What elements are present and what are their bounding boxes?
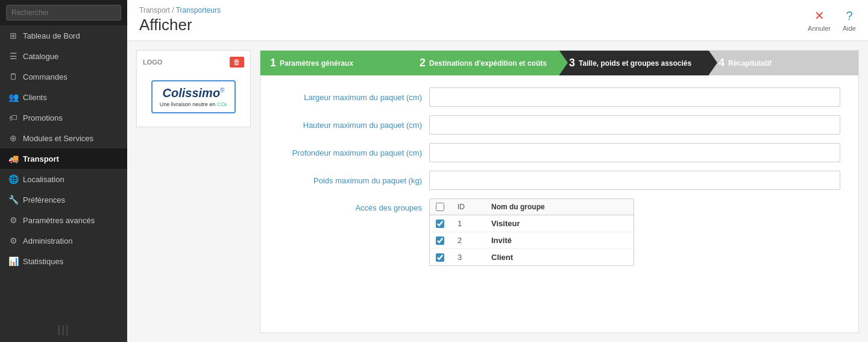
wizard-panel: 1 Paramètres généraux 2 Destinations d'e…	[260, 50, 859, 333]
sidebar-label-promotions: Promotions	[23, 113, 63, 122]
logo-panel: LOGO 🗑 Colissimo® Une livraison neutre e…	[136, 50, 251, 333]
help-label: Aide	[843, 25, 856, 32]
sidebar-icon-localisation: 🌐	[8, 174, 18, 184]
cancel-button[interactable]: ✕ Annuler	[808, 8, 831, 32]
groups-container: Accès des groupes ID Nom du groupe 1 Vis…	[278, 198, 840, 266]
check-3	[436, 253, 448, 262]
help-icon: ?	[846, 9, 852, 23]
header-name: Nom du groupe	[491, 203, 627, 211]
sidebar-item-administration[interactable]: ⚙ Administration	[0, 230, 127, 251]
groups-table-header: ID Nom du groupe	[430, 199, 634, 215]
label-largeur: Largeur maximum du paquet (cm)	[278, 93, 429, 102]
colissimo-logo: Colissimo® Une livraison neutre en CO₂	[151, 80, 236, 113]
checkbox-group-2[interactable]	[436, 236, 444, 245]
header-checkbox[interactable]	[436, 203, 444, 211]
step-num-2: 2	[420, 57, 426, 69]
step-num-4: 4	[719, 57, 725, 69]
breadcrumb-parent: Transport	[139, 6, 170, 14]
step-label-1: Paramètres généraux	[280, 59, 353, 68]
label-poids: Poids maximum du paquet (kg)	[278, 176, 429, 185]
form-row-poids: Poids maximum du paquet (kg)	[278, 171, 840, 190]
input-hauteur[interactable]	[429, 115, 840, 135]
steps-bar: 1 Paramètres généraux 2 Destinations d'e…	[260, 51, 858, 75]
checkbox-group-1[interactable]	[436, 220, 444, 228]
groups-table: ID Nom du groupe 1 Visiteur 2 Invité 3 C…	[429, 198, 634, 266]
check-1	[436, 220, 448, 228]
search-input[interactable]	[6, 5, 121, 21]
sidebar-label-administration: Administration	[23, 236, 72, 245]
page-title: Afficher	[139, 16, 221, 34]
sidebar-item-localisation[interactable]: 🌐 Localisation	[0, 169, 127, 189]
sidebar-icon-transport: 🚚	[8, 154, 18, 163]
id-2: 2	[458, 236, 482, 245]
sidebar-icon-commandes: 🗒	[8, 72, 18, 81]
sidebar-item-statistiques[interactable]: 📊 Statistiques	[0, 251, 127, 271]
step-1[interactable]: 1 Paramètres généraux	[260, 51, 410, 75]
id-3: 3	[458, 253, 482, 262]
sidebar-icon-statistiques: 📊	[8, 256, 18, 266]
sidebar-item-modules-et-services[interactable]: ⊕ Modules et Services	[0, 128, 127, 148]
cancel-label: Annuler	[808, 25, 831, 32]
group-row-3: 3 Client	[430, 249, 634, 265]
sidebar-icon-modules-et-services: ⊕	[8, 133, 18, 143]
sidebar-item-parametres-avances[interactable]: ⚙ Paramètres avancés	[0, 210, 127, 230]
form-row-hauteur: Hauteur maximum du paquet (cm)	[278, 115, 840, 135]
sidebar-item-catalogue[interactable]: ☰ Catalogue	[0, 46, 127, 66]
sidebar-icon-promotions: 🏷	[8, 113, 18, 122]
name-1: Visiteur	[491, 219, 627, 228]
step-label-2: Destinations d'expédition et coûts	[429, 59, 547, 68]
sidebar-icon-clients: 👥	[8, 92, 18, 102]
sidebar-item-promotions[interactable]: 🏷 Promotions	[0, 107, 127, 128]
input-profondeur[interactable]	[429, 143, 840, 162]
step-2[interactable]: 2 Destinations d'expédition et coûts	[410, 51, 559, 75]
sidebar-icon-administration: ⚙	[8, 236, 18, 245]
sidebar: ⊞ Tableau de Bord☰ Catalogue🗒 Commandes👥…	[0, 0, 127, 342]
logo-header: LOGO 🗑	[143, 57, 244, 68]
form-row-largeur: Largeur maximum du paquet (cm)	[278, 87, 840, 107]
group-row-2: 2 Invité	[430, 232, 634, 249]
id-1: 1	[458, 219, 482, 228]
sidebar-icon-catalogue: ☰	[8, 51, 18, 61]
label-hauteur: Hauteur maximum du paquet (cm)	[278, 121, 429, 130]
main-content: Transport / Transporteurs Afficher ✕ Ann…	[127, 0, 868, 342]
sidebar-item-preferences[interactable]: 🔧 Préférences	[0, 189, 127, 210]
name-3: Client	[491, 253, 627, 262]
sidebar-label-localisation: Localisation	[23, 175, 64, 184]
collapse-icon: |||	[57, 323, 69, 336]
groups-label: Accès des groupes	[278, 198, 429, 212]
sidebar-item-tableau-de-bord[interactable]: ⊞ Tableau de Bord	[0, 25, 127, 46]
header-id: ID	[458, 203, 482, 211]
input-largeur[interactable]	[429, 87, 840, 107]
sidebar-item-clients[interactable]: 👥 Clients	[0, 87, 127, 107]
breadcrumb-current[interactable]: Transporteurs	[176, 6, 221, 14]
step-4[interactable]: 4 Récapitulatif	[709, 51, 858, 75]
label-profondeur: Profondeur maximum du paquet (cm)	[278, 148, 429, 157]
sidebar-item-commandes[interactable]: 🗒 Commandes	[0, 66, 127, 87]
sidebar-icon-parametres-avances: ⚙	[8, 215, 18, 225]
help-button[interactable]: ? Aide	[843, 9, 856, 32]
sidebar-label-tableau-de-bord: Tableau de Bord	[23, 31, 80, 40]
form-row-profondeur: Profondeur maximum du paquet (cm)	[278, 143, 840, 162]
logo-box: LOGO 🗑 Colissimo® Une livraison neutre e…	[136, 50, 251, 127]
step-arrow-1	[410, 51, 418, 75]
step-arrow-2	[559, 51, 568, 75]
colissimo-sub: Une livraison neutre en CO₂	[160, 101, 228, 107]
step-num-1: 1	[270, 57, 276, 69]
search-bar	[0, 0, 127, 25]
topbar-left: Transport / Transporteurs Afficher	[139, 6, 221, 34]
group-row-1: 1 Visiteur	[430, 215, 634, 232]
input-poids[interactable]	[429, 171, 840, 190]
sidebar-label-preferences: Préférences	[23, 195, 65, 204]
logo-label: LOGO	[143, 59, 162, 66]
logo-delete-button[interactable]: 🗑	[230, 57, 244, 68]
step-label-3: Taille, poids et groupes associés	[579, 59, 691, 68]
sidebar-label-catalogue: Catalogue	[23, 52, 58, 61]
sidebar-item-transport[interactable]: 🚚 Transport	[0, 148, 127, 169]
sidebar-icon-preferences: 🔧	[8, 195, 18, 204]
sidebar-icon-tableau-de-bord: ⊞	[8, 31, 18, 40]
logo-image-area: Colissimo® Une livraison neutre en CO₂	[143, 72, 244, 121]
step-3[interactable]: 3 Taille, poids et groupes associés	[559, 51, 709, 75]
checkbox-group-3[interactable]	[436, 253, 444, 262]
colissimo-name: Colissimo®	[160, 86, 228, 100]
sidebar-bottom: |||	[0, 317, 127, 342]
